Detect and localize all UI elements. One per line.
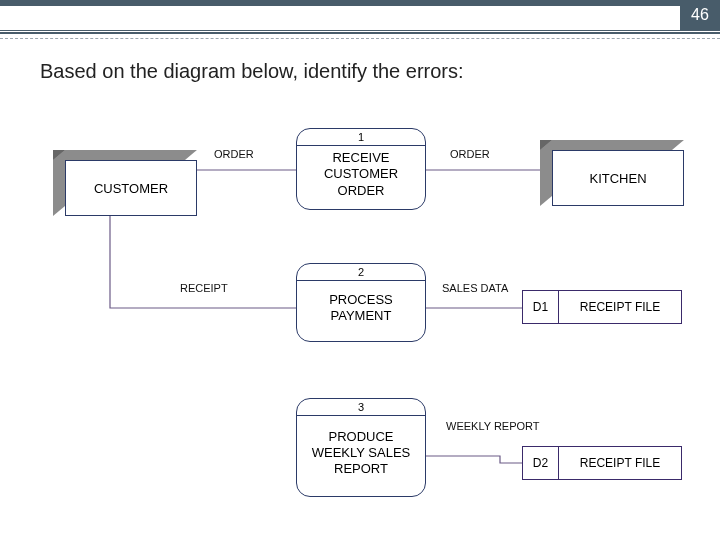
process-3: 3 PRODUCE WEEKLY SALES REPORT bbox=[296, 398, 426, 497]
datastore-d2: D2 RECEIPT FILE bbox=[522, 446, 682, 480]
flow-label-receipt: RECEIPT bbox=[180, 282, 228, 294]
entity-kitchen: KITCHEN bbox=[552, 150, 684, 206]
datastore-d1-id: D1 bbox=[523, 291, 559, 323]
process-3-label: PRODUCE WEEKLY SALES REPORT bbox=[297, 416, 425, 496]
entity-kitchen-label: KITCHEN bbox=[552, 150, 684, 206]
page-title: Based on the diagram below, identify the… bbox=[40, 60, 464, 83]
datastore-d2-id: D2 bbox=[523, 447, 559, 479]
entity-customer: CUSTOMER bbox=[65, 160, 197, 216]
header-dash bbox=[0, 38, 720, 39]
header-rule bbox=[0, 30, 720, 34]
flow-label-p1-to-kitchen: ORDER bbox=[450, 148, 490, 160]
header-bar bbox=[0, 0, 720, 6]
process-3-number: 3 bbox=[297, 399, 425, 416]
process-2-label: PROCESS PAYMENT bbox=[297, 281, 425, 341]
page-number: 46 bbox=[680, 0, 720, 30]
process-1: 1 RECEIVE CUSTOMER ORDER bbox=[296, 128, 426, 210]
datastore-d1: D1 RECEIPT FILE bbox=[522, 290, 682, 324]
process-1-label: RECEIVE CUSTOMER ORDER bbox=[297, 146, 425, 209]
entity-customer-label: CUSTOMER bbox=[65, 160, 197, 216]
flow-label-customer-to-p1: ORDER bbox=[214, 148, 254, 160]
process-2-number: 2 bbox=[297, 264, 425, 281]
flow-label-weeklyreport: WEEKLY REPORT bbox=[446, 420, 540, 433]
datastore-d1-label: RECEIPT FILE bbox=[559, 291, 681, 323]
flow-label-salesdata: SALES DATA bbox=[442, 282, 508, 294]
datastore-d2-label: RECEIPT FILE bbox=[559, 447, 681, 479]
process-2: 2 PROCESS PAYMENT bbox=[296, 263, 426, 342]
process-1-number: 1 bbox=[297, 129, 425, 146]
